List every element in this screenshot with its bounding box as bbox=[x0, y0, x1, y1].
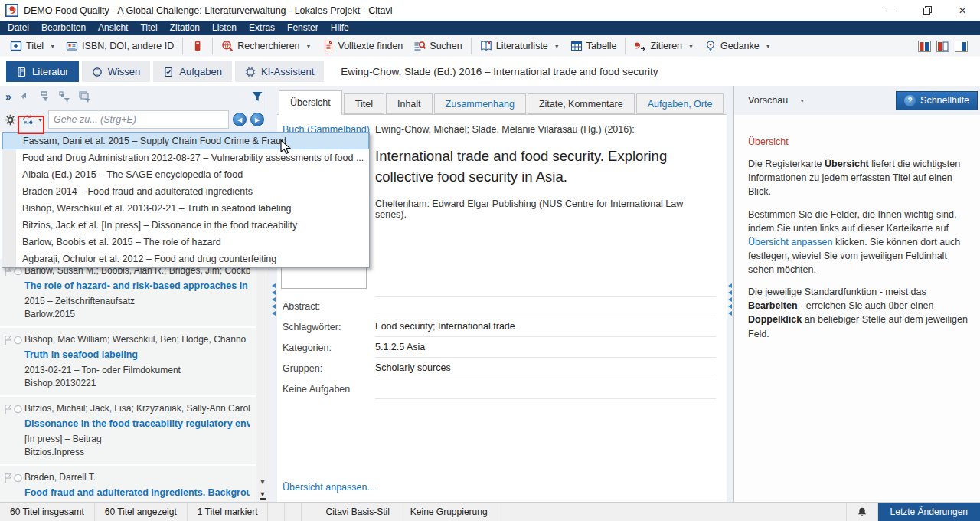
apply-selection-icon[interactable] bbox=[18, 90, 31, 103]
dropdown-item[interactable]: Bitzios, Jack et al. [In press] – Disson… bbox=[2, 217, 369, 234]
menu-item-hilfe[interactable]: Hilfe bbox=[325, 21, 355, 35]
reference-full-title[interactable]: International trade and food security. E… bbox=[375, 146, 713, 187]
subset-selection-icon[interactable] bbox=[58, 90, 71, 103]
field-value[interactable]: Scholarly sources bbox=[375, 358, 716, 378]
search-icon bbox=[413, 40, 426, 52]
layout-left-pane-icon[interactable] bbox=[936, 41, 949, 52]
menu-item-titel[interactable]: Titel bbox=[134, 21, 163, 35]
notifications-button[interactable] bbox=[846, 503, 878, 521]
dropdown-item[interactable]: Barlow, Boobis et al. 2015 – The role of… bbox=[2, 234, 369, 251]
gedanke-button[interactable]: Gedanke▼ bbox=[699, 37, 776, 55]
reference-title: Food fraud and adulterated ingredients. … bbox=[24, 486, 250, 500]
reference-list-item[interactable]: Barlow, Susan M.; Boobis, Alan R.; Bridg… bbox=[0, 259, 256, 326]
menu-item-fenster[interactable]: Fenster bbox=[281, 21, 325, 35]
reference-list-item[interactable]: Bitzios, Michail; Jack, Lisa; Krzyzaniak… bbox=[0, 397, 256, 464]
chevron-down-icon: ▼ bbox=[766, 44, 771, 49]
customize-overview-link[interactable]: Übersicht anpassen... bbox=[283, 482, 375, 493]
barcode-scanner-button[interactable] bbox=[186, 37, 209, 55]
recherchieren-button[interactable]: Recherchieren▼ bbox=[216, 37, 316, 55]
dropdown-item[interactable]: Braden 2014 – Food fraud and adulterated… bbox=[2, 183, 369, 200]
tab-ki-assistent[interactable]: KI-Assistent bbox=[235, 61, 324, 82]
dropdown-item[interactable]: Agbaraji, Ochulor et al. 2012 – Food and… bbox=[2, 251, 369, 267]
menu-item-listen[interactable]: Listen bbox=[206, 21, 243, 35]
tab-aufgaben-orte[interactable]: Aufgaben, Orte bbox=[636, 93, 724, 114]
suchen-button[interactable]: Suchen bbox=[408, 37, 467, 55]
dropdown-item[interactable]: Food and Drug Administration 2012-08-27 … bbox=[2, 149, 369, 166]
field-value[interactable]: 5.1.2.5 Asia bbox=[375, 337, 716, 358]
reference-list-item[interactable]: Bishop, Mac William; Werschkul, Ben; Hod… bbox=[0, 328, 256, 395]
reference-authors: Braden, Darrell T. bbox=[24, 471, 250, 484]
help-paragraph: Die jeweilige Standardfunktion - meist d… bbox=[748, 285, 968, 341]
zitieren-button[interactable]: Zitieren▼ bbox=[629, 37, 699, 55]
layout-right-pane-icon[interactable] bbox=[955, 41, 968, 52]
back-button[interactable]: ◀ bbox=[233, 113, 247, 126]
isbn-doi-button[interactable]: ISBN, DOI, andere ID bbox=[60, 37, 179, 55]
menu-item-datei[interactable]: Datei bbox=[2, 21, 35, 35]
filter-funnel-icon[interactable] bbox=[251, 90, 263, 103]
field-label: Abstract: bbox=[283, 301, 375, 312]
schnellhilfe-button[interactable]: ? Schnellhilfe bbox=[896, 91, 978, 110]
scroll-down-arrow-icon[interactable]: ▼ bbox=[256, 475, 269, 488]
tab-literatur[interactable]: Literatur bbox=[6, 61, 79, 82]
tab-titel[interactable]: Titel bbox=[344, 93, 384, 114]
reference-details: Ewing-Chow, Michael; Slade, Melanie Vila… bbox=[375, 124, 713, 220]
tab-wissen[interactable]: Wissen bbox=[82, 61, 151, 82]
bell-icon bbox=[857, 506, 867, 518]
help-text: Die Registerkarte bbox=[748, 159, 825, 169]
flag-marker-icon[interactable] bbox=[4, 473, 12, 483]
minimize-button[interactable]: — bbox=[874, 0, 910, 21]
overview-field-row: Abstract: bbox=[283, 296, 716, 316]
literaturliste-button[interactable]: Literaturliste▼ bbox=[475, 37, 565, 55]
dropdown-item[interactable]: Bishop, Werschkul et al. 2013-02-21 – Tr… bbox=[2, 200, 369, 217]
letzte-aenderungen-button[interactable]: Letzte Änderungen bbox=[878, 503, 980, 521]
wissen-globe-icon bbox=[92, 67, 103, 77]
collapse-panel-chevron[interactable]: » bbox=[5, 90, 11, 103]
goto-input[interactable] bbox=[48, 110, 229, 129]
tab-inhalt[interactable]: Inhalt bbox=[386, 93, 433, 114]
stack-selection-icon[interactable] bbox=[78, 90, 91, 103]
tab-uebersicht[interactable]: Übersicht bbox=[279, 90, 342, 115]
menu-item-zitation[interactable]: Zitation bbox=[164, 21, 206, 35]
circle-marker-icon[interactable] bbox=[13, 335, 23, 346]
field-value[interactable]: Food security; International trade bbox=[375, 316, 716, 337]
reference-editors[interactable]: Ewing-Chow, Michael; Slade, Melanie Vila… bbox=[375, 124, 713, 135]
tab-zusammenhang[interactable]: Zusammenhang bbox=[434, 93, 526, 114]
menu-item-extras[interactable]: Extras bbox=[243, 21, 281, 35]
restore-button[interactable] bbox=[910, 0, 945, 21]
reference-publisher[interactable]: Cheltenham: Edward Elgar Publishing (NUS… bbox=[375, 198, 713, 220]
splitter-chevrons-icon[interactable] bbox=[272, 283, 276, 316]
circle-marker-icon[interactable] bbox=[13, 404, 23, 415]
field-value[interactable] bbox=[375, 296, 716, 316]
flag-marker-icon[interactable] bbox=[4, 335, 12, 346]
help-text: Bestimmen Sie die Felder, die Ihnen wich… bbox=[748, 209, 956, 234]
tabelle-button[interactable]: Tabelle bbox=[565, 37, 622, 55]
splitter-chevrons-icon[interactable] bbox=[728, 283, 732, 316]
gear-icon[interactable] bbox=[5, 114, 16, 126]
volltexte-button[interactable]: Volltexte finden bbox=[317, 37, 409, 55]
status-citation-style[interactable]: Citavi Basis-Stil bbox=[315, 503, 400, 521]
titel-button[interactable]: Titel▼ bbox=[5, 37, 60, 55]
right-splitter[interactable] bbox=[727, 86, 733, 502]
pin-selection-icon[interactable] bbox=[38, 90, 51, 103]
status-grouping[interactable]: Keine Gruppierung bbox=[400, 503, 498, 521]
field-value[interactable] bbox=[375, 378, 716, 399]
tab-aufgaben[interactable]: Aufgaben bbox=[153, 61, 232, 82]
close-button[interactable]: ✕ bbox=[945, 0, 980, 21]
menu-bar: DateiBearbeitenAnsichtTitelZitationListe… bbox=[0, 21, 980, 35]
dropdown-item[interactable]: Albala (Ed.) 2015 – The SAGE encyclopedi… bbox=[2, 166, 369, 183]
circle-marker-icon[interactable] bbox=[13, 473, 23, 483]
vorschau-dropdown[interactable]: Vorschau ▼ bbox=[748, 95, 805, 106]
layout-two-panes-icon[interactable] bbox=[918, 41, 931, 52]
reference-list-item[interactable]: Braden, Darrell T.Food fraud and adulter… bbox=[0, 466, 256, 502]
forward-button[interactable]: ▶ bbox=[250, 113, 264, 126]
menu-item-ansicht[interactable]: Ansicht bbox=[92, 21, 134, 35]
chevron-down-icon: ▼ bbox=[799, 98, 805, 103]
dropdown-item[interactable]: Fassam, Dani et al. 2015 – Supply Chain … bbox=[2, 133, 369, 149]
scroll-to-end-icon[interactable]: ▼ bbox=[256, 489, 269, 502]
flag-marker-icon[interactable] bbox=[4, 404, 12, 415]
tab-zitate-kommentare[interactable]: Zitate, Kommentare bbox=[528, 93, 635, 114]
menu-item-bearbeiten[interactable]: Bearbeiten bbox=[35, 21, 92, 35]
help-inline-link[interactable]: Übersicht anpassen bbox=[748, 237, 832, 247]
reference-title: Truth in seafood labeling bbox=[24, 348, 250, 362]
reference-list: Barlow, Susan M.; Boobis, Alan R.; Bridg… bbox=[0, 259, 256, 502]
